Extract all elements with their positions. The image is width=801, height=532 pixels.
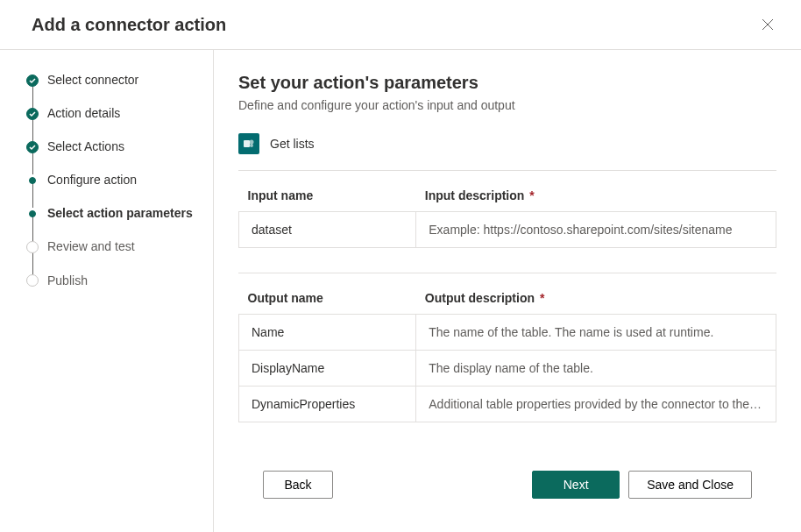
step-label: Select action parameters <box>47 206 193 220</box>
wizard-sidebar: Select connector Action details Select A… <box>0 50 214 532</box>
dialog-body: Select connector Action details Select A… <box>0 50 801 532</box>
action-name: Get lists <box>270 137 315 151</box>
selected-action: Get lists <box>238 133 776 171</box>
step-label: Configure action <box>47 173 137 187</box>
step-review-and-test[interactable]: Review and test <box>26 239 195 273</box>
svg-point-1 <box>250 140 254 145</box>
outputs-section: Output name Output description * Name Th… <box>238 291 776 422</box>
table-row[interactable]: DynamicProperties Additional table prope… <box>239 387 776 422</box>
circle-icon <box>26 241 39 253</box>
check-icon <box>26 108 39 120</box>
input-name-header: Input name <box>239 188 416 212</box>
output-name-cell: DisplayName <box>239 351 416 387</box>
dialog-title: Add a connector action <box>32 15 226 35</box>
main-content: Set your action's parameters Define and … <box>238 73 776 454</box>
table-row[interactable]: DisplayName The display name of the tabl… <box>239 351 776 387</box>
next-button[interactable]: Next <box>532 471 620 499</box>
page-title: Set your action's parameters <box>238 73 776 93</box>
input-name-cell: dataset <box>239 212 416 248</box>
svg-point-2 <box>250 144 253 147</box>
step-label: Publish <box>47 273 88 287</box>
page-subtitle: Define and configure your action's input… <box>238 98 776 112</box>
step-configure-action[interactable]: Configure action <box>26 173 195 206</box>
save-close-button[interactable]: Save and Close <box>628 471 752 499</box>
close-icon <box>762 18 774 31</box>
input-desc-cell[interactable]: Example: https://contoso.sharepoint.com/… <box>416 212 776 248</box>
step-select-actions[interactable]: Select Actions <box>26 139 195 173</box>
dialog-footer: Back Next Save and Close <box>238 454 776 514</box>
input-desc-header: Input description * <box>416 188 776 212</box>
dialog-header: Add a connector action <box>0 0 801 50</box>
output-name-cell: Name <box>239 315 416 351</box>
circle-icon <box>26 274 39 287</box>
sharepoint-icon <box>238 133 259 154</box>
output-name-cell: DynamicProperties <box>239 387 416 422</box>
footer-right: Next Save and Close <box>532 471 752 499</box>
table-row[interactable]: Name The name of the table. The name is … <box>239 315 776 351</box>
wizard-steps: Select connector Action details Select A… <box>26 73 195 288</box>
outputs-table: Output name Output description * Name Th… <box>238 291 776 422</box>
main-panel: Set your action's parameters Define and … <box>214 50 801 532</box>
output-desc-header: Output description * <box>416 291 776 315</box>
step-select-connector[interactable]: Select connector <box>26 73 195 106</box>
output-desc-cell[interactable]: The display name of the table. <box>416 351 776 387</box>
table-row[interactable]: dataset Example: https://contoso.sharepo… <box>239 212 776 248</box>
step-select-action-parameters[interactable]: Select action parameters <box>26 206 195 239</box>
dot-icon <box>29 210 36 217</box>
step-label: Select Actions <box>47 139 124 153</box>
inputs-table: Input name Input description * dataset E… <box>238 188 776 248</box>
check-icon <box>26 74 39 87</box>
step-label: Review and test <box>47 239 135 253</box>
inputs-section: Input name Input description * dataset E… <box>238 188 776 248</box>
check-icon <box>26 141 39 153</box>
dot-icon <box>29 177 36 184</box>
back-button[interactable]: Back <box>263 471 333 499</box>
close-button[interactable] <box>755 12 780 37</box>
svg-rect-0 <box>244 140 250 147</box>
output-desc-cell[interactable]: The name of the table. The name is used … <box>416 315 776 351</box>
step-label: Select connector <box>47 73 138 87</box>
section-divider <box>238 273 776 273</box>
dialog: Add a connector action Select connector … <box>0 0 801 532</box>
output-name-header: Output name <box>239 291 416 315</box>
step-label: Action details <box>47 106 120 120</box>
output-desc-cell[interactable]: Additional table properties provided by … <box>416 387 776 422</box>
step-publish[interactable]: Publish <box>26 273 195 288</box>
step-action-details[interactable]: Action details <box>26 106 195 139</box>
